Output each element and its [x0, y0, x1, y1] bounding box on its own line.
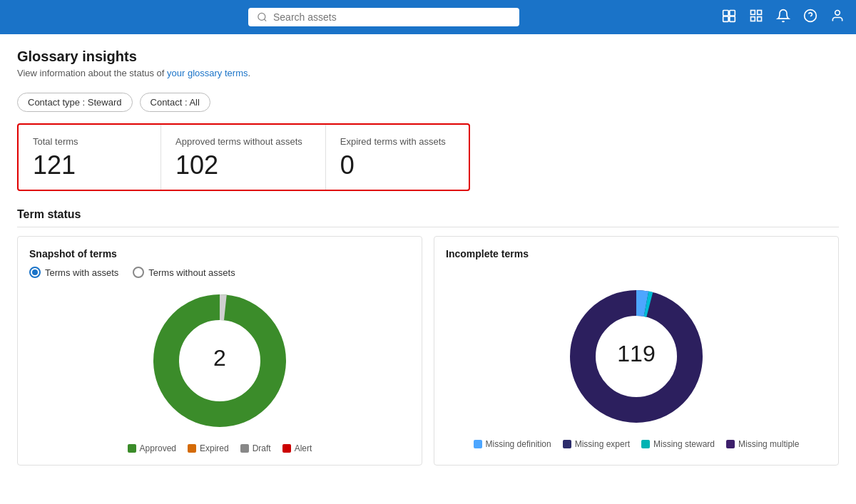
stats-container: Total terms 121 Approved terms without a…	[17, 123, 470, 191]
page-subtitle: View information about the status of you…	[17, 68, 839, 78]
legend-dot-missing-expert	[563, 440, 571, 448]
legend-dot-expired	[188, 444, 196, 453]
legend-dot-approved	[128, 444, 136, 453]
radio-group-snapshot: Terms with assets Terms without assets	[29, 267, 410, 278]
main-content: Glossary insights View information about…	[0, 34, 856, 480]
legend-dot-missing-definition	[474, 440, 482, 448]
filter-contact[interactable]: Contact : All	[140, 93, 210, 112]
stat-value-total: 121	[33, 153, 138, 178]
charts-row: Snapshot of terms Terms with assets Term…	[17, 236, 839, 466]
section-title-term-status: Term status	[17, 208, 839, 227]
legend-draft: Draft	[240, 443, 271, 453]
svg-point-0	[258, 13, 265, 20]
back-icon[interactable]	[722, 9, 736, 26]
legend-label-draft: Draft	[253, 443, 271, 453]
search-bar[interactable]	[248, 8, 519, 26]
stat-label-total: Total terms	[33, 136, 138, 147]
incomplete-legend: Missing definition Missing expert Missin…	[446, 439, 827, 449]
legend-dot-missing-multiple	[726, 440, 735, 448]
stat-value-approved: 102	[175, 153, 302, 178]
top-nav	[0, 0, 856, 34]
incomplete-donut-wrapper: 119	[446, 285, 827, 428]
svg-rect-7	[758, 10, 762, 14]
radio-terms-with-assets[interactable]: Terms with assets	[29, 267, 118, 278]
incomplete-chart-title: Incomplete terms	[446, 248, 827, 259]
subtitle-link[interactable]: your glossary terms	[167, 68, 248, 78]
legend-label-missing-definition: Missing definition	[486, 439, 551, 449]
radio-label-with-assets: Terms with assets	[45, 267, 118, 278]
search-input[interactable]	[273, 11, 511, 23]
svg-rect-9	[758, 16, 762, 21]
legend-dot-alert	[282, 444, 291, 453]
stat-label-expired: Expired terms with assets	[340, 136, 446, 147]
bell-icon[interactable]	[776, 9, 790, 26]
svg-rect-2	[723, 10, 729, 16]
nav-icons	[722, 9, 845, 26]
radio-circle-unselected	[133, 267, 144, 278]
stat-expired-terms: Expired terms with assets 0	[326, 125, 469, 190]
svg-rect-3	[730, 10, 735, 16]
legend-missing-multiple: Missing multiple	[726, 439, 799, 449]
radio-label-without-assets: Terms without assets	[148, 267, 235, 278]
legend-label-alert: Alert	[295, 443, 312, 453]
legend-missing-steward: Missing steward	[641, 439, 715, 449]
svg-rect-5	[730, 16, 735, 21]
grid-icon[interactable]	[749, 9, 763, 26]
snapshot-chart-card: Snapshot of terms Terms with assets Term…	[17, 236, 422, 466]
legend-dot-draft	[240, 444, 249, 453]
incomplete-center-value: 119	[617, 341, 655, 366]
svg-rect-4	[723, 16, 729, 21]
legend-missing-expert: Missing expert	[563, 439, 630, 449]
stat-value-expired: 0	[340, 153, 446, 178]
help-icon[interactable]	[803, 9, 817, 26]
svg-rect-6	[751, 10, 755, 14]
user-icon[interactable]	[830, 9, 845, 26]
legend-missing-definition: Missing definition	[474, 439, 551, 449]
legend-label-missing-multiple: Missing multiple	[738, 439, 799, 449]
legend-label-expired: Expired	[200, 443, 229, 453]
svg-point-12	[835, 10, 840, 15]
snapshot-donut-svg: 2	[148, 289, 291, 432]
legend-expired: Expired	[188, 443, 229, 453]
stat-approved-terms: Approved terms without assets 102	[161, 125, 326, 190]
radio-circle-selected	[29, 267, 41, 278]
snapshot-legend: Approved Expired Draft Alert	[29, 443, 410, 453]
incomplete-donut-svg: 119	[565, 285, 708, 428]
stat-label-approved: Approved terms without assets	[175, 136, 302, 147]
legend-label-approved: Approved	[140, 443, 176, 453]
incomplete-chart-card: Incomplete terms 119	[434, 236, 839, 466]
legend-dot-missing-steward	[641, 440, 650, 448]
svg-rect-8	[751, 16, 755, 21]
page-title: Glossary insights	[17, 48, 839, 65]
svg-line-1	[264, 19, 266, 21]
snapshot-center-value: 2	[213, 345, 226, 371]
subtitle-text: View information about the status of	[17, 68, 167, 78]
snapshot-chart-title: Snapshot of terms	[29, 248, 410, 259]
snapshot-donut-wrapper: 2	[29, 289, 410, 432]
legend-label-missing-expert: Missing expert	[575, 439, 630, 449]
radio-terms-without-assets[interactable]: Terms without assets	[133, 267, 235, 278]
search-icon	[257, 11, 268, 23]
legend-approved: Approved	[128, 443, 176, 453]
legend-alert: Alert	[282, 443, 312, 453]
stat-total-terms: Total terms 121	[19, 125, 161, 190]
filter-contact-type[interactable]: Contact type : Steward	[17, 93, 133, 112]
legend-label-missing-steward: Missing steward	[653, 439, 715, 449]
filters: Contact type : Steward Contact : All	[17, 93, 839, 112]
